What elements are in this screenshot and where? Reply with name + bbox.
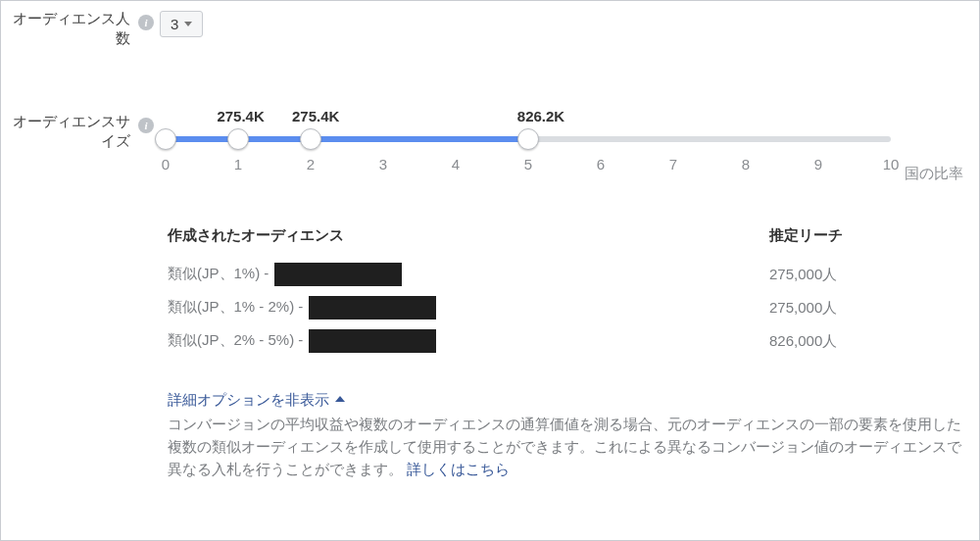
chevron-down-icon (184, 22, 192, 26)
reach-value: 826,000人 (769, 329, 965, 353)
audience-row: 類似(JP、2% - 5%) - (168, 329, 710, 353)
learn-more-link[interactable]: 詳しくはこちら (407, 461, 510, 477)
info-icon[interactable]: i (138, 15, 154, 30)
audience-row-label: 類似(JP、2% - 5%) - (168, 331, 303, 350)
created-audiences-header: 作成されたオーディエンス (168, 226, 710, 245)
slider-tick: 8 (742, 156, 750, 172)
slider-tick: 4 (452, 156, 460, 172)
slider-value-label: 826.2K (517, 108, 564, 124)
redacted-block (309, 296, 436, 320)
audience-size-slider[interactable]: 275.4K275.4K826.2K 012345678910 国の比率 (160, 108, 965, 183)
slider-tick: 2 (307, 156, 315, 172)
slider-value-label: 275.4K (292, 108, 339, 124)
slider-handle[interactable] (227, 128, 249, 150)
slider-tick: 0 (162, 156, 170, 172)
slider-tick: 7 (669, 156, 677, 172)
advanced-description: コンバージョンの平均収益や複数のオーディエンスの通算価値を測る場合、元のオーディ… (168, 413, 965, 481)
redacted-block (274, 263, 402, 286)
audience-row: 類似(JP、1%) - (168, 263, 710, 286)
audience-count-dropdown[interactable]: 3 (160, 11, 203, 37)
dropdown-value: 3 (171, 16, 178, 32)
info-icon[interactable]: i (138, 118, 154, 133)
slider-value-label: 275.4K (217, 108, 264, 124)
slider-tick: 6 (597, 156, 605, 172)
estimated-reach-header: 推定リーチ (769, 226, 965, 245)
slider-tick: 5 (524, 156, 532, 172)
slider-handle[interactable] (155, 128, 176, 150)
redacted-block (309, 329, 436, 353)
slider-tick: 3 (379, 156, 387, 172)
axis-label: 国の比率 (905, 129, 965, 183)
slider-handle[interactable] (517, 128, 539, 150)
slider-tick: 1 (234, 156, 242, 172)
audience-size-label: オーディエンスサイズ (11, 90, 132, 152)
reach-value: 275,000人 (769, 263, 965, 286)
slider-handle[interactable] (300, 128, 321, 150)
audience-count-label: オーディエンス人数 (11, 9, 132, 49)
audience-row: 類似(JP、1% - 2%) - (168, 296, 710, 320)
reach-value: 275,000人 (769, 296, 965, 320)
chevron-up-icon (335, 396, 345, 402)
slider-tick: 9 (814, 156, 822, 172)
slider-tick: 10 (883, 156, 900, 172)
hide-advanced-options-toggle[interactable]: 詳細オプションを非表示 (168, 388, 345, 411)
audience-row-label: 類似(JP、1% - 2%) - (168, 298, 303, 317)
audience-row-label: 類似(JP、1%) - (168, 265, 269, 283)
toggle-label: 詳細オプションを非表示 (168, 388, 329, 411)
